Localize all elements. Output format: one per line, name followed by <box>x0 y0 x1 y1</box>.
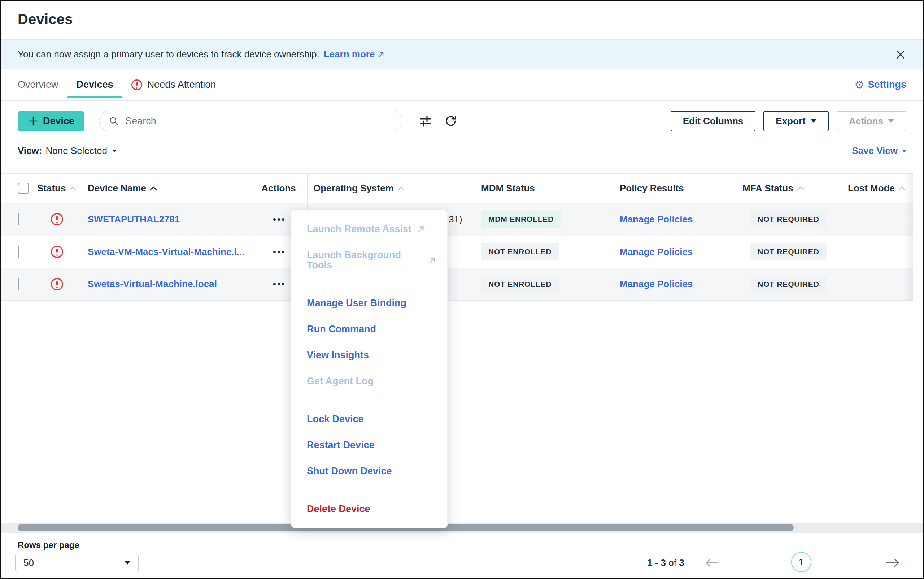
notification-banner: You can now assign a primary user to dev… <box>1 39 923 69</box>
column-header-device-name[interactable]: Device Name <box>88 183 250 194</box>
sort-chevron-up-icon <box>398 186 405 190</box>
add-device-button[interactable]: Device <box>18 111 85 131</box>
menu-item-manage-user-binding[interactable]: Manage User Binding <box>291 290 447 316</box>
caret-down-icon <box>902 149 906 152</box>
settings-link[interactable]: ⚙ Settings <box>855 69 906 100</box>
manage-policies-link[interactable]: Manage Policies <box>620 278 693 290</box>
sort-chevron-up-icon <box>898 186 906 190</box>
alert-icon <box>131 80 142 90</box>
toolbar-right-group: Edit Columns Export Actions <box>671 111 906 131</box>
toolbar: Device Edit Columns Export Actions <box>1 101 923 131</box>
column-header-policy-results: Policy Results <box>620 183 742 194</box>
menu-item-run-command[interactable]: Run Command <box>291 316 447 342</box>
save-view-button[interactable]: Save View <box>852 145 906 156</box>
banner-close-button[interactable] <box>895 49 906 61</box>
row-checkbox[interactable] <box>18 245 19 258</box>
view-value: None Selected <box>46 145 107 156</box>
filter-button[interactable] <box>419 114 432 128</box>
learn-more-link[interactable]: Learn more <box>324 49 385 60</box>
status-alert-icon <box>51 245 63 258</box>
sort-chevron-up-icon <box>69 186 77 190</box>
refresh-button[interactable] <box>444 114 457 128</box>
edit-columns-button[interactable]: Edit Columns <box>671 111 756 131</box>
title-bar: Devices <box>1 1 923 39</box>
gear-icon: ⚙ <box>855 80 864 90</box>
view-label: View: <box>18 145 42 156</box>
tab-needs-attention[interactable]: Needs Attention <box>122 69 225 100</box>
device-name-link[interactable]: Sweta-VM-Macs-Virtual-Machine.l... <box>88 246 244 257</box>
mfa-status-badge: NOT REQUIRED <box>750 244 826 260</box>
menu-item-restart-device[interactable]: Restart Device <box>291 432 447 458</box>
refresh-icon <box>444 114 457 128</box>
menu-section-manage: Manage User Binding Run Command View Ins… <box>291 284 447 400</box>
row-checkbox[interactable] <box>18 213 19 226</box>
column-header-status[interactable]: Status <box>37 183 88 194</box>
select-all-checkbox[interactable] <box>18 183 29 194</box>
menu-item-shut-down-device[interactable]: Shut Down Device <box>291 458 447 484</box>
next-page-button[interactable] <box>885 557 901 569</box>
filter-sliders-icon <box>419 114 432 128</box>
menu-item-lock-device[interactable]: Lock Device <box>291 406 447 432</box>
page-number-button[interactable]: 1 <box>791 552 812 572</box>
export-button[interactable]: Export <box>763 111 828 131</box>
menu-item-launch-remote-assist[interactable]: Launch Remote Assist <box>291 216 447 242</box>
menu-section-danger: Delete Device <box>291 490 447 528</box>
manage-policies-link[interactable]: Manage Policies <box>620 246 693 257</box>
view-bar: View: None Selected Save View <box>1 131 923 156</box>
plus-icon <box>28 116 39 126</box>
column-header-actions: Actions <box>250 183 307 194</box>
arrow-left-icon <box>704 557 719 568</box>
actions-button[interactable]: Actions <box>837 111 906 131</box>
banner-message: You can now assign a primary user to dev… <box>18 49 319 60</box>
view-caret-down-icon[interactable] <box>112 149 117 152</box>
menu-section-power: Lock Device Restart Device Shut Down Dev… <box>291 400 447 490</box>
mdm-status-badge: NOT ENROLLED <box>481 244 559 260</box>
column-header-operating-system[interactable]: Operating System <box>307 183 481 194</box>
column-header-mfa-status[interactable]: MFA Status <box>742 183 848 194</box>
table-row: SWETAPUTHAL2781 31) MDM ENROLLED Manage … <box>1 203 913 236</box>
pagination-range: 1 - 3 of 3 <box>647 557 684 569</box>
table-row: Sweta-VM-Macs-Virtual-Machine.l... NOT E… <box>1 236 913 268</box>
mfa-status-badge: NOT REQUIRED <box>750 211 826 227</box>
table-row: Swetas-Virtual-Machine.local NOT ENROLLE… <box>1 268 913 301</box>
close-icon <box>895 49 906 61</box>
row-actions-menu: Launch Remote Assist Launch Background T… <box>291 210 448 528</box>
devices-page: Devices You can now assign a primary use… <box>0 0 924 579</box>
menu-item-view-insights[interactable]: View Insights <box>291 342 447 368</box>
tab-bar: Overview Devices Needs Attention ⚙ Setti… <box>1 69 923 101</box>
menu-item-launch-background-tools[interactable]: Launch Background Tools <box>291 242 447 278</box>
external-link-icon <box>378 51 385 58</box>
table-header-row: Status Device Name Actions Operating Sys… <box>1 173 913 203</box>
mdm-status-badge: MDM ENROLLED <box>481 211 561 227</box>
external-link-icon <box>429 256 437 264</box>
search-icon <box>109 116 119 126</box>
external-link-icon <box>417 225 425 233</box>
caret-down-icon <box>811 119 816 123</box>
menu-item-get-agent-log[interactable]: Get Agent Log <box>291 368 447 394</box>
previous-page-button[interactable] <box>704 557 719 569</box>
menu-section-remote: Launch Remote Assist Launch Background T… <box>291 210 447 284</box>
rows-per-page-label: Rows per page <box>18 540 80 550</box>
column-header-lost-mode[interactable]: Lost Mode <box>848 183 913 194</box>
search-input[interactable] <box>125 116 393 127</box>
menu-item-delete-device[interactable]: Delete Device <box>291 496 447 522</box>
manage-policies-link[interactable]: Manage Policies <box>620 214 693 225</box>
sort-chevron-up-icon <box>797 186 804 190</box>
device-name-link[interactable]: Swetas-Virtual-Machine.local <box>88 278 217 290</box>
page-title: Devices <box>18 11 906 28</box>
device-name-link[interactable]: SWETAPUTHAL2781 <box>88 214 180 225</box>
row-checkbox[interactable] <box>18 278 19 290</box>
horizontal-scrollbar <box>1 523 923 533</box>
sort-chevron-up-icon-active <box>150 186 157 190</box>
status-alert-icon <box>51 278 63 290</box>
tab-overview[interactable]: Overview <box>9 69 67 100</box>
mdm-status-badge: NOT ENROLLED <box>481 276 559 293</box>
search-box <box>99 111 403 131</box>
devices-table: Status Device Name Actions Operating Sys… <box>1 173 913 301</box>
pagination: 1 - 3 of 3 1 <box>1 551 923 575</box>
tab-devices[interactable]: Devices <box>67 69 122 100</box>
arrow-right-icon <box>885 557 901 568</box>
mfa-status-badge: NOT REQUIRED <box>750 276 826 293</box>
status-alert-icon <box>51 213 63 226</box>
column-header-mdm-status: MDM Status <box>481 183 620 194</box>
